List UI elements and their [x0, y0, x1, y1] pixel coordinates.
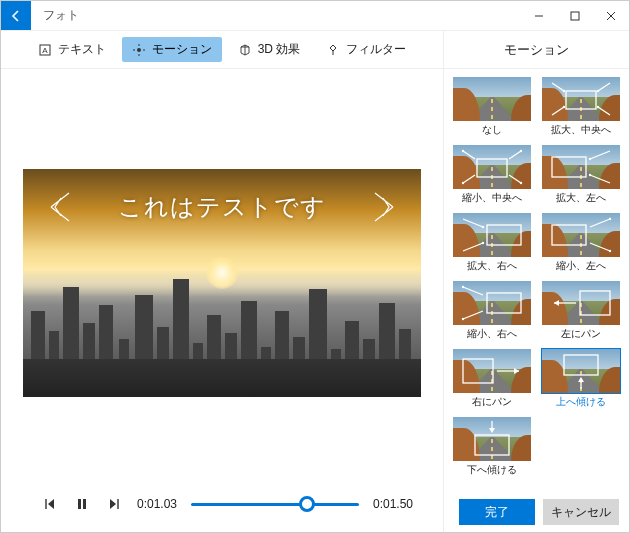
tab-motion-label: モーション: [152, 41, 212, 58]
motion-option-label: 拡大、中央へ: [551, 123, 611, 137]
time-total: 0:01.50: [373, 497, 413, 511]
svg-rect-13: [78, 499, 81, 509]
svg-point-6: [137, 48, 141, 52]
close-button[interactable]: [593, 1, 629, 30]
svg-rect-14: [83, 499, 86, 509]
motion-option-label: なし: [482, 123, 502, 137]
time-current: 0:01.03: [137, 497, 177, 511]
tab-text[interactable]: A テキスト: [28, 37, 116, 62]
tab-motion[interactable]: モーション: [122, 37, 222, 62]
motion-panel: モーション なし拡大、中央へ縮小、中央へ拡大、左へ拡大、右へ縮小、左へ縮小、右へ…: [443, 31, 629, 532]
titlebar: フォト: [1, 1, 629, 31]
app-window: フォト A テキスト モーション 3D 効果: [0, 0, 630, 533]
tab-3d-label: 3D 効果: [258, 41, 301, 58]
motion-option[interactable]: なし: [452, 77, 533, 137]
motion-option[interactable]: 縮小、右へ: [452, 281, 533, 341]
motion-option[interactable]: 上へ傾ける: [541, 349, 622, 409]
editor-area: A テキスト モーション 3D 効果 フィルター: [1, 31, 443, 532]
motion-option[interactable]: 右にパン: [452, 349, 533, 409]
motion-panel-title: モーション: [444, 31, 629, 69]
window-title: フォト: [31, 1, 91, 30]
minimize-button[interactable]: [521, 1, 557, 30]
filter-icon: [326, 43, 340, 57]
motion-option-label: 縮小、左へ: [556, 259, 606, 273]
prev-frame-button[interactable]: [41, 495, 59, 513]
svg-rect-1: [571, 12, 579, 20]
playback-controls: 0:01.03 0:01.50: [1, 476, 443, 532]
motion-option[interactable]: 下へ傾ける: [452, 417, 533, 477]
tab-bar: A テキスト モーション 3D 効果 フィルター: [1, 31, 443, 69]
motion-option[interactable]: 拡大、右へ: [452, 213, 533, 273]
motion-option-label: 上へ傾ける: [556, 395, 606, 409]
motion-option[interactable]: 左にパン: [541, 281, 622, 341]
back-button[interactable]: [1, 1, 31, 30]
motion-option-label: 下へ傾ける: [467, 463, 517, 477]
motion-option-label: 縮小、中央へ: [462, 191, 522, 205]
motion-option-label: 右にパン: [472, 395, 512, 409]
tab-filter-label: フィルター: [346, 41, 406, 58]
motion-option-label: 拡大、左へ: [556, 191, 606, 205]
tab-text-label: テキスト: [58, 41, 106, 58]
tab-filter[interactable]: フィルター: [316, 37, 416, 62]
pause-button[interactable]: [73, 495, 91, 513]
motion-option[interactable]: 拡大、左へ: [541, 145, 622, 205]
motion-option-label: 拡大、右へ: [467, 259, 517, 273]
maximize-button[interactable]: [557, 1, 593, 30]
progress-slider[interactable]: [191, 494, 359, 514]
motion-option[interactable]: 拡大、中央へ: [541, 77, 622, 137]
next-frame-button[interactable]: [105, 495, 123, 513]
cancel-button[interactable]: キャンセル: [543, 499, 619, 525]
motion-icon: [132, 43, 146, 57]
video-preview[interactable]: これはテストです: [23, 169, 421, 397]
motion-option[interactable]: 縮小、中央へ: [452, 145, 533, 205]
svg-text:A: A: [42, 46, 48, 55]
done-button[interactable]: 完了: [459, 499, 535, 525]
cube-icon: [238, 43, 252, 57]
tab-3d-effects[interactable]: 3D 効果: [228, 37, 311, 62]
motion-option-label: 左にパン: [561, 327, 601, 341]
overlay-text: これはテストです: [23, 191, 421, 223]
overlay-arrow-right-icon: [369, 187, 399, 227]
motion-option[interactable]: 縮小、左へ: [541, 213, 622, 273]
text-icon: A: [38, 43, 52, 57]
motion-option-label: 縮小、右へ: [467, 327, 517, 341]
